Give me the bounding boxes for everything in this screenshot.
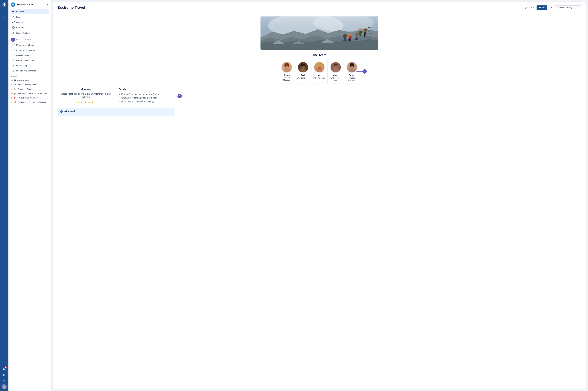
watch-button[interactable] — [530, 5, 535, 10]
help-icon[interactable]: ? — [1, 378, 7, 384]
page-chevron-icon-3: ▶ — [11, 88, 13, 90]
svg-rect-44 — [345, 40, 346, 41]
member-role-alana: Product Manager — [280, 77, 293, 81]
add-icon[interactable] — [1, 15, 7, 20]
edit-button[interactable] — [524, 5, 529, 10]
shortcut-decision-log[interactable]: Decision log — [10, 63, 49, 68]
member-name-mia: Mia — [318, 74, 321, 76]
shortcut-product-team[interactable]: Product team space — [10, 58, 49, 63]
sidebar-header: Exxtreme Travel ▾ — [8, 0, 51, 8]
page-roadmap-label: Exxtreme Travel Offers Roadmap — [18, 92, 47, 95]
apps-icon[interactable] — [1, 372, 7, 378]
member-name-jose: Jose — [333, 74, 338, 76]
remove-from-spaces-button[interactable]: Remove from My Spaces — [555, 5, 581, 10]
svg-rect-6 — [3, 374, 4, 375]
team-avatar-jose — [330, 62, 341, 73]
blog-icon: ❝ — [12, 16, 15, 18]
annotation-3: 3 — [178, 94, 182, 98]
shortcut-jira[interactable]: Exxtreme Jira board — [10, 43, 49, 48]
external-link-icon-4 — [12, 59, 15, 62]
page-proposed-tours-label: Proposed Tours — [18, 88, 31, 90]
svg-line-3 — [5, 12, 5, 13]
info-icon: i — [60, 110, 63, 114]
svg-point-13 — [3, 386, 5, 387]
page-confidential[interactable]: ▶ 🔒 Confidential Partnership Timeline — [9, 100, 50, 104]
overview-icon — [12, 10, 15, 13]
page-tours-dev[interactable]: ▶ 🗺 Tours in development — [9, 83, 50, 87]
page-proposed-tours[interactable]: ▶ 📋 Proposed Tours — [9, 87, 50, 91]
share-button[interactable]: Share — [536, 5, 547, 10]
mission-goals-section: Mission Create exciting and novel 5-star… — [57, 88, 175, 104]
page-current-tours[interactable]: ▶ 🏔 Current Tours — [9, 78, 50, 82]
page-chevron-icon: ▶ — [11, 80, 13, 81]
svg-point-88 — [334, 63, 338, 66]
icon-bar: 6 ? — [0, 0, 8, 391]
sidebar-item-space-settings[interactable]: Space Settings — [10, 30, 49, 36]
shortcut-product-requirements[interactable]: Product requirements — [10, 68, 49, 73]
svg-point-41 — [343, 34, 347, 38]
space-name-label: Exxtreme Travel — [17, 3, 33, 6]
svg-point-61 — [359, 28, 362, 31]
chevron-down-icon[interactable]: ▾ — [47, 3, 48, 5]
svg-rect-83 — [317, 64, 318, 68]
svg-rect-84 — [321, 64, 322, 67]
page-chevron-icon-6: ▶ — [11, 101, 13, 103]
space-selector[interactable]: Exxtreme Travel — [11, 2, 33, 7]
user-avatar[interactable] — [2, 384, 7, 389]
stars-rating: ★★★★★ — [57, 100, 114, 104]
shortcut-meeting-notes-label: Meeting notes — [16, 54, 29, 57]
notifications-button[interactable]: 6 — [1, 366, 7, 372]
svg-rect-43 — [343, 40, 345, 41]
svg-rect-9 — [4, 375, 5, 376]
shortcut-jira-label: Exxtreme Jira board — [16, 44, 35, 46]
page-header: Exxtreme Travel Share — [53, 2, 586, 13]
shortcut-decision-log-label: Decision log — [16, 65, 27, 67]
svg-line-29 — [13, 70, 14, 71]
svg-rect-8 — [3, 375, 4, 376]
member-name-alana: Alana — [284, 74, 290, 76]
calendars-label: Calendars — [16, 26, 26, 29]
svg-rect-48 — [350, 38, 351, 41]
svg-line-27 — [13, 60, 14, 61]
team-avatar-mia — [314, 62, 325, 73]
sidebar-item-analytics[interactable]: Analytics — [10, 19, 49, 25]
app-logo[interactable] — [1, 2, 7, 7]
svg-rect-55 — [364, 34, 365, 37]
shortcuts-section-label: 2 SPACE SHORTCUTS — [8, 36, 51, 42]
mission-text: Create exciting and novel 5-star tours f… — [57, 92, 114, 99]
page-roadmap[interactable]: ▶ 🚐 Exxtreme Travel Offers Roadmap — [9, 91, 50, 96]
external-link-icon-5 — [12, 64, 15, 67]
shortcut-meeting-notes[interactable]: Meeting notes — [10, 53, 49, 58]
goals-title: Goals — [119, 88, 175, 91]
svg-point-23 — [13, 32, 14, 33]
sidebar-item-calendars[interactable]: Calendars — [10, 25, 49, 30]
what-we-do-section: i What we do — [57, 108, 175, 116]
svg-rect-71 — [288, 65, 289, 67]
page-current-tours-label: Current Tours — [17, 79, 29, 82]
mission-title: Mission — [57, 88, 114, 91]
svg-line-28 — [13, 65, 14, 66]
sidebar-item-overview[interactable]: Overview — [10, 9, 49, 14]
svg-point-53 — [364, 28, 367, 32]
page-marketing[interactable]: ▶ 📢 Product Marketing Group . — [9, 96, 50, 100]
sidebar: Exxtreme Travel ▾ Overview ❝ Blog — [8, 0, 51, 391]
space-settings-label: Space Settings — [16, 32, 30, 34]
external-link-icon — [12, 44, 15, 46]
goal-2: Create 10% more new offers this year — [121, 96, 175, 100]
svg-point-30 — [532, 7, 533, 8]
team-member-jose: Jose Engineering lead — [327, 59, 344, 84]
search-icon[interactable] — [1, 9, 7, 14]
pages-section-label: PAGES — [8, 73, 51, 78]
notification-badge: 6 — [4, 366, 7, 369]
member-role-emma: Finance manager — [345, 77, 358, 81]
shortcut-tello[interactable]: Exxtreme Tello board — [10, 48, 49, 53]
svg-line-25 — [13, 49, 14, 50]
more-options-button[interactable] — [548, 5, 553, 10]
svg-point-49 — [355, 32, 359, 36]
sidebar-item-blog[interactable]: ❝ Blog — [10, 14, 49, 19]
space-icon — [11, 2, 15, 7]
svg-rect-54 — [364, 32, 366, 35]
shortcut-tello-label: Exxtreme Tello board — [16, 49, 35, 51]
team-member-alana: Alana Product Manager — [279, 59, 295, 84]
team-avatar-will — [298, 62, 309, 73]
